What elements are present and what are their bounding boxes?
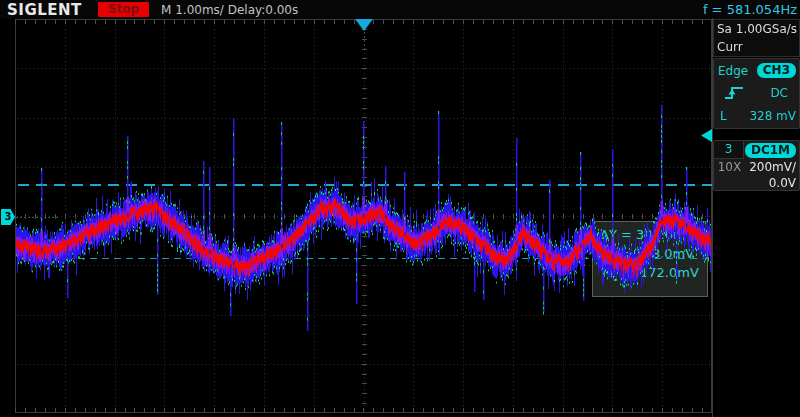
trigger-panel[interactable]: Edge CH3 DC L 328 mV xyxy=(713,58,800,129)
trigger-mode-label: Edge xyxy=(718,64,748,78)
sample-rate-readout: Sa 1.00GSa/s xyxy=(717,20,799,38)
channel-number-tab[interactable]: 3 xyxy=(714,141,744,159)
channel-coupling-badge[interactable]: DC1M xyxy=(745,143,796,158)
timebase-readout: M 1.00ms/ Delay:0.00s xyxy=(161,3,298,17)
siglent-logo: SIGLENT xyxy=(7,1,82,19)
trigger-level-value: 328 mV xyxy=(749,109,796,123)
freq-counter-readout: f = 581.054Hz xyxy=(703,2,797,17)
channel-level-marker[interactable]: 3 xyxy=(1,209,15,225)
volts-per-div: 200mV/ xyxy=(749,160,796,174)
cursor-y1: Y1 = -172.0mV xyxy=(600,263,707,282)
channel-panel[interactable]: 3 DC1M 10X 200mV/ 0.0V xyxy=(713,140,800,191)
run-state-badge[interactable]: Stop xyxy=(98,2,149,17)
trigger-source-badge[interactable]: CH3 xyxy=(757,63,796,78)
channel-offset: 0.0V xyxy=(769,176,796,190)
trigger-level-marker[interactable] xyxy=(701,129,712,142)
trigger-coupling: DC xyxy=(770,86,788,100)
header-bar: SIGLENT Stop M 1.00ms/ Delay:0.00s f = 5… xyxy=(0,0,800,19)
trigger-position-marker[interactable] xyxy=(355,19,373,31)
rising-edge-icon xyxy=(722,85,746,101)
acquisition-panel: Sa 1.00GSa/s Curr 14.0Mpts xyxy=(713,19,800,57)
cursor-delta-y: ΔY = 300.0mV xyxy=(600,225,707,244)
cursor-y2: Y2 = 128.0mV xyxy=(600,244,707,263)
probe-attenuation: 10X xyxy=(718,160,742,174)
trigger-level-label: L xyxy=(720,109,727,123)
cursor-readout-box: ΔY = 300.0mV Y2 = 128.0mV Y1 = -172.0mV xyxy=(592,221,708,297)
waveform-display xyxy=(0,0,800,417)
